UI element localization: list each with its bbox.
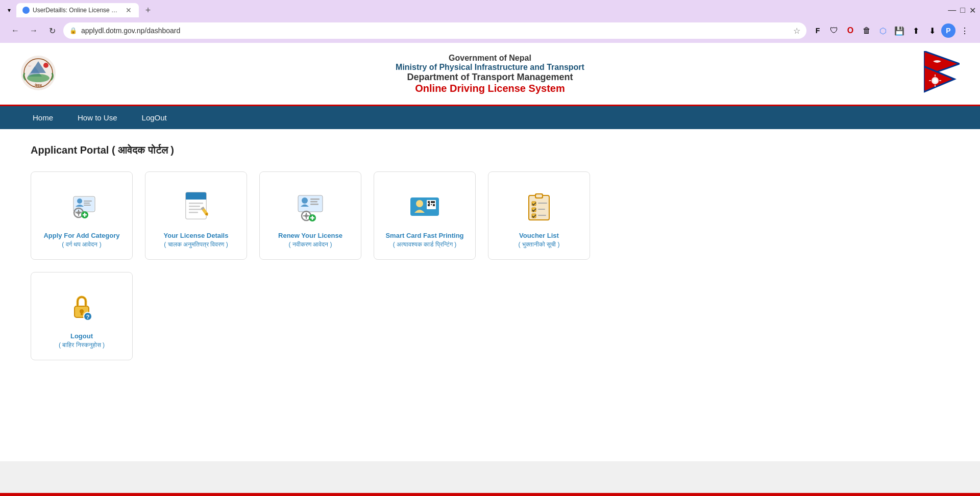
renew-license-icon — [292, 187, 329, 224]
nav-how-to-use[interactable]: How to Use — [65, 106, 130, 129]
nepal-flag — [924, 51, 960, 96]
license-details-card[interactable]: Your License Details ( चालक अनुमतिपत्र व… — [145, 171, 247, 260]
nav-logout[interactable]: LogOut — [130, 106, 179, 129]
svg-rect-58 — [428, 201, 430, 203]
forward-button[interactable]: → — [27, 23, 41, 38]
svg-rect-20 — [84, 205, 91, 206]
trash-icon[interactable]: 🗑 — [860, 23, 874, 38]
tab-favicon — [22, 7, 30, 14]
smart-card-print-card[interactable]: Smart Card Fast Printing ( अत्यावश्यक का… — [374, 171, 476, 260]
smart-card-label-en: Smart Card Fast Printing — [385, 231, 463, 240]
bottom-bar — [0, 493, 980, 496]
license-details-icon — [178, 187, 214, 224]
logout-label-np: ( बाहिर निस्कनुहोस ) — [59, 341, 105, 350]
svg-rect-43 — [310, 199, 320, 200]
add-category-label-en: Apply For Add Category — [43, 231, 119, 240]
svg-rect-35 — [189, 206, 200, 207]
svg-point-10 — [933, 79, 937, 83]
svg-rect-68 — [536, 194, 542, 197]
voucher-list-card[interactable]: Voucher List ( भुक्तानीको सूची ) — [488, 171, 590, 260]
svg-rect-72 — [538, 203, 547, 204]
svg-point-17 — [77, 199, 82, 204]
svg-text:नेपाल: नेपाल — [34, 83, 42, 87]
bookmark-icon[interactable]: ☆ — [793, 26, 800, 36]
card-grid-row2: ? Logout ( बाहिर निस्कनुहोस ) — [31, 272, 949, 360]
system-label: Online Driving License System — [396, 83, 584, 94]
nav-bar: Home How to Use LogOut — [0, 106, 980, 129]
save-icon[interactable]: 💾 — [892, 23, 906, 38]
voucher-list-label-np: ( भुक्तानीको सूची ) — [519, 240, 560, 249]
svg-rect-18 — [84, 201, 92, 202]
header-center: Government of Nepal Ministry of Physical… — [396, 54, 584, 94]
svg-rect-59 — [428, 204, 430, 206]
shield-icon[interactable]: 🛡 — [827, 23, 841, 38]
svg-rect-62 — [433, 204, 435, 206]
svg-rect-45 — [310, 204, 318, 205]
profile-avatar[interactable]: P — [941, 23, 955, 38]
tab-close-button[interactable]: ✕ — [125, 6, 133, 14]
svg-point-47 — [305, 214, 308, 217]
minimize-button[interactable]: — — [948, 6, 956, 15]
dept-label: Department of Transport Management — [396, 72, 584, 83]
add-category-card[interactable]: Apply For Add Category ( वर्ग थप आवेदन ) — [31, 171, 133, 260]
back-button[interactable]: ← — [8, 23, 22, 38]
portal-title: Applicant Portal ( आवेदक पोर्टल ) — [31, 144, 949, 156]
voucher-list-icon — [521, 187, 557, 224]
gov-label: Government of Nepal — [396, 54, 584, 63]
svg-point-5 — [27, 74, 50, 82]
menu-icon[interactable]: ⋮ — [958, 23, 972, 38]
card-grid-row1: Apply For Add Category ( वर्ग थप आवेदन ) — [31, 171, 949, 260]
logout-card[interactable]: ? Logout ( बाहिर निस्कनुहोस ) — [31, 272, 133, 360]
svg-rect-37 — [189, 212, 198, 213]
svg-rect-64 — [429, 203, 430, 204]
share-icon[interactable]: ⬆ — [909, 23, 923, 38]
svg-rect-61 — [431, 204, 432, 205]
maximize-button[interactable]: □ — [960, 6, 965, 15]
main-content: Applicant Portal ( आवेदक पोर्टल ) — [0, 129, 980, 376]
renew-license-label-np: ( नवीकरण आवेदन ) — [289, 240, 332, 249]
site-header: नेपाल Government of Nepal Ministry of Ph… — [0, 43, 980, 106]
add-category-icon — [63, 187, 100, 224]
add-category-label-np: ( वर्ग थप आवेदन ) — [62, 240, 101, 249]
nav-home[interactable]: Home — [20, 106, 65, 129]
tab-dropdown[interactable]: ▾ — [4, 5, 14, 15]
font-icon[interactable]: F — [811, 23, 825, 38]
reload-button[interactable]: ↻ — [45, 23, 59, 38]
svg-rect-63 — [433, 201, 435, 203]
tab-title: UserDetaills: Online License Re... — [33, 7, 121, 14]
extension-icon[interactable]: ⬡ — [876, 23, 890, 38]
renew-license-card[interactable]: Renew Your License ( नवीकरण आवेदन ) — [259, 171, 361, 260]
lock-icon: 🔒 — [69, 27, 77, 34]
browser-tab: UserDetaills: Online License Re... ✕ — [16, 3, 139, 17]
nepal-emblem: नेपाल — [20, 55, 56, 93]
svg-rect-41 — [298, 195, 323, 212]
logout-icon: ? — [63, 288, 100, 325]
svg-text:?: ? — [86, 314, 90, 320]
url-text: applydl.dotm.gov.np/dashboard — [81, 27, 789, 35]
renew-license-label-en: Renew Your License — [278, 231, 342, 240]
svg-rect-44 — [310, 201, 317, 203]
svg-point-42 — [302, 197, 308, 204]
svg-rect-34 — [189, 203, 203, 204]
svg-rect-74 — [538, 215, 546, 216]
toolbar-icons: F 🛡 O 🗑 ⬡ 💾 ⬆ ⬇ P ⋮ — [811, 23, 972, 38]
opera-icon[interactable]: O — [843, 23, 857, 38]
download-icon[interactable]: ⬇ — [925, 23, 939, 38]
svg-point-56 — [416, 200, 423, 207]
license-details-label-en: Your License Details — [164, 231, 229, 240]
ministry-label: Ministry of Physical Infrastructure and … — [396, 63, 584, 72]
svg-rect-77 — [81, 312, 83, 315]
svg-rect-65 — [432, 202, 433, 203]
new-tab-button[interactable]: + — [141, 3, 155, 17]
smart-card-label-np: ( अत्यावश्यक कार्ड प्रिन्टिंग ) — [393, 240, 456, 249]
svg-rect-73 — [538, 209, 545, 210]
address-bar[interactable]: 🔒 applydl.dotm.gov.np/dashboard ☆ — [63, 22, 806, 39]
logout-label-en: Logout — [70, 332, 93, 341]
svg-rect-19 — [84, 203, 90, 204]
svg-rect-33 — [186, 197, 206, 200]
svg-rect-36 — [189, 209, 202, 210]
close-button[interactable]: ✕ — [969, 6, 976, 15]
voucher-list-label-en: Voucher List — [519, 231, 559, 240]
svg-point-4 — [43, 63, 48, 68]
svg-point-22 — [77, 211, 80, 214]
